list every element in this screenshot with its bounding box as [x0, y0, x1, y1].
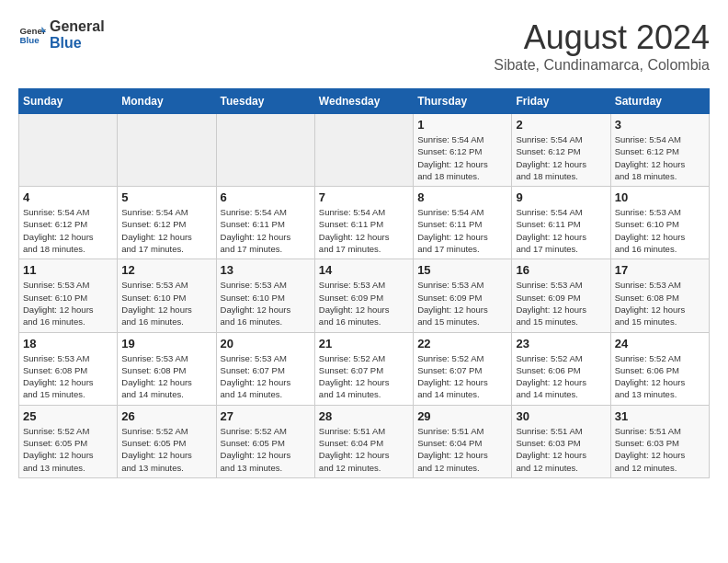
day-info: Sunrise: 5:53 AM Sunset: 6:08 PM Dayligh… — [615, 279, 705, 327]
day-number: 20 — [221, 337, 311, 350]
calendar-cell: 19Sunrise: 5:53 AM Sunset: 6:08 PM Dayli… — [118, 332, 216, 405]
day-number: 30 — [516, 409, 606, 423]
day-number: 1 — [417, 118, 507, 132]
header-day-tuesday: Tuesday — [216, 89, 314, 114]
week-row-4: 18Sunrise: 5:53 AM Sunset: 6:08 PM Dayli… — [19, 332, 710, 405]
day-info: Sunrise: 5:53 AM Sunset: 6:07 PM Dayligh… — [221, 352, 311, 401]
day-number: 5 — [121, 190, 211, 204]
header-day-thursday: Thursday — [414, 89, 512, 114]
calendar-cell: 4Sunrise: 5:54 AM Sunset: 6:12 PM Daylig… — [19, 187, 118, 259]
day-info: Sunrise: 5:54 AM Sunset: 6:11 PM Dayligh… — [319, 206, 409, 255]
calendar-cell: 28Sunrise: 5:51 AM Sunset: 6:04 PM Dayli… — [314, 405, 413, 477]
calendar-cell: 22Sunrise: 5:52 AM Sunset: 6:07 PM Dayli… — [414, 332, 512, 405]
day-number: 19 — [121, 337, 211, 350]
day-info: Sunrise: 5:51 AM Sunset: 6:03 PM Dayligh… — [615, 425, 705, 474]
day-info: Sunrise: 5:52 AM Sunset: 6:06 PM Dayligh… — [615, 352, 705, 401]
day-info: Sunrise: 5:53 AM Sunset: 6:09 PM Dayligh… — [417, 279, 507, 327]
day-info: Sunrise: 5:51 AM Sunset: 6:03 PM Dayligh… — [516, 425, 606, 474]
day-number: 15 — [417, 263, 507, 277]
calendar-cell — [314, 114, 413, 187]
day-info: Sunrise: 5:52 AM Sunset: 6:07 PM Dayligh… — [417, 352, 507, 401]
calendar-cell: 8Sunrise: 5:54 AM Sunset: 6:11 PM Daylig… — [414, 187, 512, 259]
day-info: Sunrise: 5:51 AM Sunset: 6:04 PM Dayligh… — [319, 425, 409, 474]
calendar-body: 1Sunrise: 5:54 AM Sunset: 6:12 PM Daylig… — [19, 114, 710, 478]
calendar-cell: 18Sunrise: 5:53 AM Sunset: 6:08 PM Dayli… — [19, 332, 118, 405]
day-number: 24 — [615, 337, 705, 350]
day-number: 23 — [516, 337, 606, 350]
calendar-cell: 21Sunrise: 5:52 AM Sunset: 6:07 PM Dayli… — [314, 332, 413, 405]
calendar-cell: 26Sunrise: 5:52 AM Sunset: 6:05 PM Dayli… — [118, 405, 216, 477]
day-number: 22 — [417, 337, 507, 350]
calendar-cell — [19, 114, 118, 187]
day-number: 11 — [23, 263, 113, 277]
day-number: 12 — [121, 263, 211, 277]
day-info: Sunrise: 5:54 AM Sunset: 6:12 PM Dayligh… — [417, 133, 507, 182]
header-day-wednesday: Wednesday — [314, 89, 413, 114]
week-row-1: 1Sunrise: 5:54 AM Sunset: 6:12 PM Daylig… — [19, 114, 710, 187]
logo-icon: General Blue — [18, 21, 46, 49]
day-info: Sunrise: 5:53 AM Sunset: 6:09 PM Dayligh… — [319, 279, 409, 327]
calendar-cell: 13Sunrise: 5:53 AM Sunset: 6:10 PM Dayli… — [216, 259, 314, 332]
day-info: Sunrise: 5:54 AM Sunset: 6:12 PM Dayligh… — [121, 206, 211, 255]
calendar-cell: 27Sunrise: 5:52 AM Sunset: 6:05 PM Dayli… — [216, 405, 314, 477]
day-info: Sunrise: 5:53 AM Sunset: 6:10 PM Dayligh… — [615, 206, 705, 255]
day-info: Sunrise: 5:53 AM Sunset: 6:10 PM Dayligh… — [23, 279, 113, 327]
calendar-cell: 17Sunrise: 5:53 AM Sunset: 6:08 PM Dayli… — [610, 259, 709, 332]
day-info: Sunrise: 5:53 AM Sunset: 6:08 PM Dayligh… — [23, 352, 113, 401]
day-number: 31 — [615, 409, 705, 423]
week-row-5: 25Sunrise: 5:52 AM Sunset: 6:05 PM Dayli… — [19, 405, 710, 477]
day-info: Sunrise: 5:52 AM Sunset: 6:05 PM Dayligh… — [121, 425, 211, 474]
calendar-cell: 29Sunrise: 5:51 AM Sunset: 6:04 PM Dayli… — [414, 405, 512, 477]
title-area: August 2024 Sibate, Cundinamarca, Colomb… — [494, 18, 710, 74]
svg-text:Blue: Blue — [20, 35, 40, 45]
calendar-cell: 3Sunrise: 5:54 AM Sunset: 6:12 PM Daylig… — [610, 114, 709, 187]
calendar-cell: 15Sunrise: 5:53 AM Sunset: 6:09 PM Dayli… — [414, 259, 512, 332]
day-number: 13 — [221, 263, 311, 277]
calendar-cell: 10Sunrise: 5:53 AM Sunset: 6:10 PM Dayli… — [610, 187, 709, 259]
day-number: 7 — [319, 190, 409, 204]
day-info: Sunrise: 5:51 AM Sunset: 6:04 PM Dayligh… — [417, 425, 507, 474]
day-number: 3 — [615, 118, 705, 132]
day-number: 29 — [417, 409, 507, 423]
calendar-header: SundayMondayTuesdayWednesdayThursdayFrid… — [19, 89, 710, 114]
day-number: 10 — [615, 190, 705, 204]
day-info: Sunrise: 5:54 AM Sunset: 6:11 PM Dayligh… — [516, 206, 606, 255]
calendar-cell: 7Sunrise: 5:54 AM Sunset: 6:11 PM Daylig… — [314, 187, 413, 259]
day-info: Sunrise: 5:53 AM Sunset: 6:09 PM Dayligh… — [516, 279, 606, 327]
calendar-cell: 24Sunrise: 5:52 AM Sunset: 6:06 PM Dayli… — [610, 332, 709, 405]
header-day-monday: Monday — [118, 89, 216, 114]
calendar-cell: 12Sunrise: 5:53 AM Sunset: 6:10 PM Dayli… — [118, 259, 216, 332]
calendar-cell: 5Sunrise: 5:54 AM Sunset: 6:12 PM Daylig… — [118, 187, 216, 259]
calendar-table: SundayMondayTuesdayWednesdayThursdayFrid… — [18, 88, 710, 478]
calendar-cell: 9Sunrise: 5:54 AM Sunset: 6:11 PM Daylig… — [512, 187, 610, 259]
day-number: 6 — [221, 190, 311, 204]
calendar-cell: 20Sunrise: 5:53 AM Sunset: 6:07 PM Dayli… — [216, 332, 314, 405]
header-day-saturday: Saturday — [610, 89, 709, 114]
logo-general-text: General — [50, 18, 105, 35]
calendar-cell: 14Sunrise: 5:53 AM Sunset: 6:09 PM Dayli… — [314, 259, 413, 332]
calendar-cell: 23Sunrise: 5:52 AM Sunset: 6:06 PM Dayli… — [512, 332, 610, 405]
calendar-cell: 6Sunrise: 5:54 AM Sunset: 6:11 PM Daylig… — [216, 187, 314, 259]
day-info: Sunrise: 5:54 AM Sunset: 6:11 PM Dayligh… — [221, 206, 311, 255]
logo-blue-text: Blue — [50, 35, 105, 52]
week-row-3: 11Sunrise: 5:53 AM Sunset: 6:10 PM Dayli… — [19, 259, 710, 332]
day-info: Sunrise: 5:52 AM Sunset: 6:07 PM Dayligh… — [319, 352, 409, 401]
header: General Blue General Blue August 2024 Si… — [18, 18, 710, 74]
day-info: Sunrise: 5:52 AM Sunset: 6:05 PM Dayligh… — [23, 425, 113, 474]
day-number: 17 — [615, 263, 705, 277]
subtitle: Sibate, Cundinamarca, Colombia — [494, 57, 710, 74]
day-number: 2 — [516, 118, 606, 132]
day-info: Sunrise: 5:54 AM Sunset: 6:11 PM Dayligh… — [417, 206, 507, 255]
day-number: 4 — [23, 190, 113, 204]
calendar-cell: 16Sunrise: 5:53 AM Sunset: 6:09 PM Dayli… — [512, 259, 610, 332]
main-title: August 2024 — [494, 18, 710, 57]
day-info: Sunrise: 5:52 AM Sunset: 6:05 PM Dayligh… — [221, 425, 311, 474]
day-number: 26 — [121, 409, 211, 423]
calendar-cell: 31Sunrise: 5:51 AM Sunset: 6:03 PM Dayli… — [610, 405, 709, 477]
logo: General Blue General Blue — [18, 18, 105, 51]
header-row: SundayMondayTuesdayWednesdayThursdayFrid… — [19, 89, 710, 114]
calendar-cell: 30Sunrise: 5:51 AM Sunset: 6:03 PM Dayli… — [512, 405, 610, 477]
day-info: Sunrise: 5:54 AM Sunset: 6:12 PM Dayligh… — [615, 133, 705, 182]
day-number: 9 — [516, 190, 606, 204]
header-day-sunday: Sunday — [19, 89, 118, 114]
